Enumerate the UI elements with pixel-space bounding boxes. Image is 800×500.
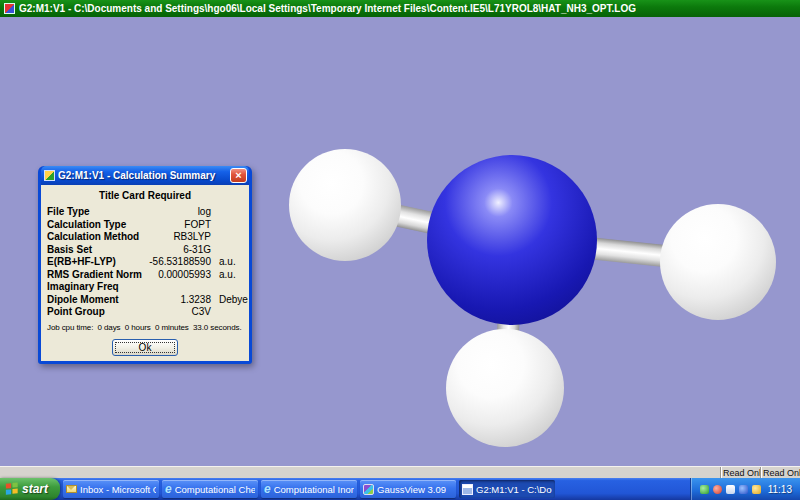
row-rms-gradient: RMS Gradient Norm 0.00005993 a.u. (47, 269, 243, 282)
row-label: Calculation Method (47, 231, 147, 244)
row-unit: a.u. (211, 256, 243, 269)
row-file-type: File Type log (47, 206, 243, 219)
desktop-screen: G2:M1:V1 - C:\Documents and Settings\hgo… (0, 0, 800, 500)
row-value: 1.3238 (147, 294, 211, 307)
dialog-body: Title Card Required File Type log Calcul… (41, 185, 249, 361)
internet-explorer-icon: e (165, 483, 172, 495)
windows-flag-icon (5, 482, 19, 496)
tray-icon-red[interactable] (713, 485, 722, 494)
taskbar-button-computational-inorganic[interactable]: e Computational Inorga... (261, 480, 357, 498)
ok-button[interactable]: Ok (112, 339, 178, 356)
hydrogen-atom-3[interactable] (446, 329, 564, 447)
dialog-icon (44, 170, 55, 181)
statusbar: Read Only Read Only (0, 466, 800, 478)
calculation-summary-dialog: G2:M1:V1 - Calculation Summary × Title C… (38, 166, 252, 364)
row-value: 0.00005993 (147, 269, 211, 282)
row-label: Imaginary Freq (47, 281, 147, 294)
row-value: FOPT (147, 219, 211, 232)
outlook-envelope-icon (66, 485, 77, 493)
row-label: Point Group (47, 306, 147, 319)
document-window-icon (462, 484, 473, 495)
row-imaginary-freq: Imaginary Freq (47, 281, 243, 294)
row-unit (211, 244, 243, 257)
row-value (147, 281, 211, 294)
system-tray: 11:13 (690, 478, 800, 500)
tray-icon-white[interactable] (726, 485, 735, 494)
row-value: C3V (147, 306, 211, 319)
cpu-time-text: Job cpu time: 0 days 0 hours 0 minutes 3… (47, 323, 243, 332)
internet-explorer-icon: e (264, 483, 271, 495)
close-icon[interactable]: × (230, 168, 247, 183)
taskbar-button-gaussview[interactable]: GaussView 3.09 (360, 480, 456, 498)
hydrogen-atom-1[interactable] (289, 149, 401, 261)
row-calculation-type: Calculation Type FOPT (47, 219, 243, 232)
molecule-viewport[interactable]: G2:M1:V1 - Calculation Summary × Title C… (0, 17, 800, 466)
tray-icon-yellow[interactable] (752, 485, 761, 494)
tray-icon-blue[interactable] (739, 485, 748, 494)
row-unit: Debye (211, 294, 243, 307)
start-label: start (22, 482, 48, 496)
app-icon (4, 3, 15, 14)
row-value: 6-31G (147, 244, 211, 257)
hydrogen-atom-2[interactable] (660, 204, 776, 320)
row-energy: E(RB+HF-LYP) -56.53188590 a.u. (47, 256, 243, 269)
row-label: RMS Gradient Norm (47, 269, 147, 282)
dialog-titlebar[interactable]: G2:M1:V1 - Calculation Summary × (41, 166, 249, 185)
row-basis-set: Basis Set 6-31G (47, 244, 243, 257)
row-label: File Type (47, 206, 147, 219)
window-titlebar[interactable]: G2:M1:V1 - C:\Documents and Settings\hgo… (0, 0, 800, 17)
taskbar-button-active-molecule-window[interactable]: G2:M1:V1 - C:\Docum... (459, 480, 555, 498)
row-unit (211, 306, 243, 319)
row-unit (211, 281, 243, 294)
taskbar-clock[interactable]: 11:13 (768, 484, 792, 495)
row-calculation-method: Calculation Method RB3LYP (47, 231, 243, 244)
readonly-status-right: Read Only (760, 467, 800, 478)
row-unit (211, 206, 243, 219)
row-value: log (147, 206, 211, 219)
title-card-heading: Title Card Required (47, 190, 243, 201)
row-value: -56.53188590 (147, 256, 211, 269)
nitrogen-atom[interactable] (427, 155, 597, 325)
window-title: G2:M1:V1 - C:\Documents and Settings\hgo… (19, 3, 636, 14)
row-point-group: Point Group C3V (47, 306, 243, 319)
row-unit (211, 231, 243, 244)
dialog-title: G2:M1:V1 - Calculation Summary (58, 170, 230, 181)
row-dipole-moment: Dipole Moment 1.3238 Debye (47, 294, 243, 307)
row-label: E(RB+HF-LYP) (47, 256, 147, 269)
taskbar: start Inbox - Microsoft Out... e Computa… (0, 478, 800, 500)
taskbar-button-computational-chemistry[interactable]: e Computational Chemi... (162, 480, 258, 498)
row-label: Basis Set (47, 244, 147, 257)
row-label: Dipole Moment (47, 294, 147, 307)
row-value: RB3LYP (147, 231, 211, 244)
row-label: Calculation Type (47, 219, 147, 232)
row-unit (211, 219, 243, 232)
gaussview-icon (363, 484, 374, 495)
readonly-status-left: Read Only (720, 467, 760, 478)
taskbar-button-outlook-inbox[interactable]: Inbox - Microsoft Out... (63, 480, 159, 498)
row-unit: a.u. (211, 269, 243, 282)
start-button[interactable]: start (0, 478, 60, 500)
tray-icon-green[interactable] (700, 485, 709, 494)
dialog-button-row: Ok (47, 337, 243, 356)
